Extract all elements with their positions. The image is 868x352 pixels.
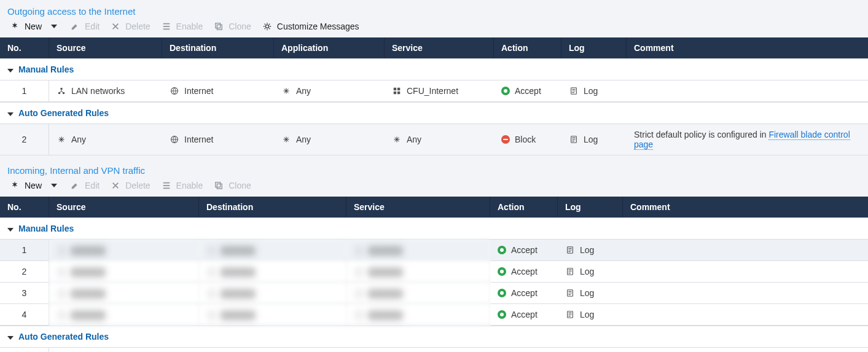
col-log[interactable]: Log <box>561 37 627 58</box>
redacted-icon: ▇ <box>57 245 66 255</box>
table-row[interactable]: 1 LAN networks Internet Any CFU_Internet… <box>0 80 868 102</box>
edit-label: Edit <box>85 181 100 190</box>
chevron-down-icon <box>7 112 14 116</box>
accept-icon <box>498 289 506 297</box>
new-label: New <box>25 22 42 31</box>
redacted-icon: ▇ <box>354 245 364 255</box>
cell-comment <box>627 80 868 102</box>
edit-button[interactable]: Edit <box>70 181 100 190</box>
group-manual-rules[interactable]: Manual Rules <box>0 217 868 240</box>
net-icon <box>57 86 66 96</box>
table-header: No. Source Destination Application Servi… <box>0 37 868 58</box>
group-auto-rules[interactable]: Auto Generated Rules <box>0 102 868 124</box>
clone-button[interactable]: Clone <box>214 181 251 190</box>
section-title-outgoing: Outgoing access to the Internet <box>0 0 868 20</box>
cell-application: Any <box>274 124 385 155</box>
cell-service: ▇▇▇▇▇▇ <box>346 304 490 326</box>
cell-service: Any <box>385 124 494 155</box>
redacted-text: ▇▇▇▇▇ <box>71 288 105 298</box>
toolbar-outgoing: New Edit Delete Enable Clone Customize M… <box>0 20 868 37</box>
delete-button[interactable]: Delete <box>111 22 150 31</box>
cell-comment <box>623 261 868 283</box>
table-row[interactable]: 2 ▇▇▇▇▇▇ ▇▇▇▇▇▇ ▇▇▇▇▇▇ Accept Log <box>0 261 868 283</box>
redacted-text: ▇▇▇▇▇ <box>71 245 105 255</box>
col-source[interactable]: Source <box>49 37 162 58</box>
col-no[interactable]: No. <box>0 197 49 217</box>
clone-button[interactable]: Clone <box>214 22 251 31</box>
cell-source: ▇▇▇▇▇▇ <box>49 240 199 261</box>
col-service[interactable]: Service <box>385 37 494 58</box>
new-star-icon <box>10 181 20 190</box>
asterisk-icon <box>57 135 66 144</box>
enable-label: Enable <box>176 181 203 190</box>
group-title: Manual Rules <box>18 224 74 233</box>
new-button[interactable]: New <box>10 22 59 31</box>
x-icon <box>111 181 120 190</box>
customize-label: Customize Messages <box>277 22 359 31</box>
cell-log: Log <box>558 240 623 261</box>
enable-button[interactable]: Enable <box>162 181 203 190</box>
edit-button[interactable]: Edit <box>70 22 100 31</box>
redacted-text: ▇▇▇▇▇ <box>71 267 105 276</box>
toolbar-incoming: New Edit Delete Enable Clone <box>0 179 868 197</box>
table-row[interactable]: 4 ▇▇▇▇▇▇ ▇▇▇▇▇▇ ▇▇▇▇▇▇ Accept Log <box>0 304 868 326</box>
col-comment[interactable]: Comment <box>623 197 868 217</box>
asterisk-icon <box>392 135 402 144</box>
destination-label: Internet <box>184 135 213 144</box>
cell-source: ▇▇▇▇▇▇ <box>49 304 199 326</box>
col-no[interactable]: No. <box>0 37 49 58</box>
log-label: Log <box>580 245 594 255</box>
cell-no: 2 <box>0 261 49 283</box>
delete-label: Delete <box>125 22 150 31</box>
accept-icon <box>501 87 510 95</box>
col-action[interactable]: Action <box>490 197 558 217</box>
new-button[interactable]: New <box>10 181 59 190</box>
enable-button[interactable]: Enable <box>162 22 203 31</box>
objects-icon <box>392 86 402 96</box>
redacted-text: ▇▇▇▇▇ <box>221 310 255 319</box>
log-label: Log <box>580 267 594 276</box>
notes-icon <box>565 310 575 319</box>
action-label: Accept <box>511 267 538 276</box>
redacted-icon: ▇ <box>57 310 66 319</box>
asterisk-icon <box>281 86 291 96</box>
cell-action: Accept <box>490 304 558 326</box>
cell-no: 4 <box>0 304 49 326</box>
redacted-icon: ▇ <box>206 267 216 276</box>
application-label: Any <box>296 86 311 96</box>
x-icon <box>111 22 120 31</box>
cell-source: Any <box>49 124 162 155</box>
col-service[interactable]: Service <box>346 197 490 217</box>
pencil-icon <box>70 181 80 190</box>
col-comment[interactable]: Comment <box>627 37 868 58</box>
group-manual-rules[interactable]: Manual Rules <box>0 58 868 80</box>
clone-label: Clone <box>229 181 251 190</box>
col-destination[interactable]: Destination <box>199 197 346 217</box>
group-auto-rules[interactable]: Auto Generated Rules <box>0 326 868 348</box>
delete-button[interactable]: Delete <box>111 181 150 190</box>
action-label: Block <box>515 135 536 144</box>
col-application[interactable]: Application <box>274 37 385 58</box>
col-source[interactable]: Source <box>49 197 199 217</box>
cell-no: 3 <box>0 283 49 304</box>
col-destination[interactable]: Destination <box>162 37 274 58</box>
table-row[interactable]: 2 Any Internet Any Any Block Log Strict … <box>0 124 868 155</box>
customize-messages-button[interactable]: Customize Messages <box>262 22 359 31</box>
chevron-down-icon <box>7 69 14 72</box>
redacted-icon: ▇ <box>57 267 66 276</box>
table-row[interactable]: 1 ▇▇▇▇▇▇ ▇▇▇▇▇▇ ▇▇▇▇▇▇ Accept Log <box>0 240 868 261</box>
redacted-icon: ▇ <box>206 310 216 319</box>
cell-application: Any <box>274 80 385 102</box>
table-row[interactable]: 3 ▇▇▇▇▇▇ ▇▇▇▇▇▇ ▇▇▇▇▇▇ Accept Log <box>0 283 868 304</box>
cell-destination: ▇▇▇▇▇▇ <box>199 304 346 326</box>
col-log[interactable]: Log <box>558 197 623 217</box>
cell-log: Log <box>561 80 627 102</box>
group-title: Auto Generated Rules <box>18 108 109 118</box>
globe-icon <box>170 135 179 144</box>
table-row[interactable]: 5 Any Any Any Block Log Default policy i… <box>0 348 868 352</box>
cell-comment: Strict default policy is configured in F… <box>627 124 868 155</box>
cell-service: ▇▇▇▇▇▇ <box>346 240 490 261</box>
col-action[interactable]: Action <box>494 37 561 58</box>
section-title-incoming: Incoming, Internal and VPN traffic <box>0 159 868 179</box>
cell-destination: Internet <box>162 124 274 155</box>
